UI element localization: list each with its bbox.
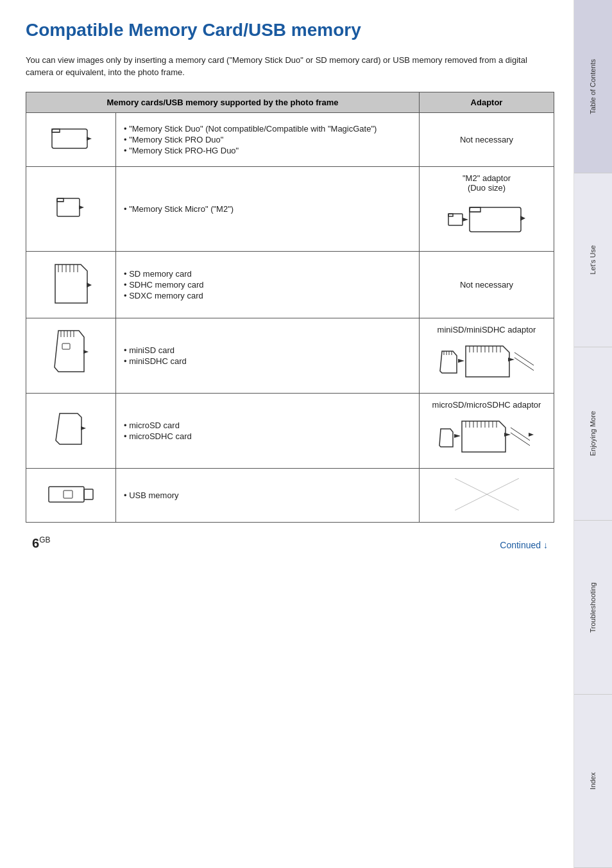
- svg-rect-69: [84, 489, 93, 499]
- svg-marker-3: [87, 137, 92, 141]
- adaptor-cell-not-necessary-2: Not necessary: [420, 251, 554, 318]
- list-item: SDHC memory card: [124, 279, 411, 290]
- svg-marker-9: [448, 214, 453, 216]
- list-item: miniSD card: [124, 345, 411, 356]
- svg-marker-30: [83, 350, 89, 354]
- svg-marker-12: [470, 207, 480, 212]
- card-icon-cell-micro-sd: [26, 393, 116, 468]
- card-icon-cell-mini-sd: [26, 318, 116, 393]
- card-list: USB memory: [124, 490, 411, 501]
- table-row: SD memory card SDHC memory card SDXC mem…: [26, 251, 554, 318]
- sidebar-tab-lets-use[interactable]: Let's Use: [574, 173, 612, 347]
- svg-line-48: [514, 352, 534, 365]
- card-list: "Memory Stick Micro" ("M2"): [124, 204, 411, 214]
- adaptor-cell-micro-sd: microSD/microSDHC adaptor: [420, 393, 554, 468]
- adaptor-cell-usb: [420, 468, 554, 522]
- list-item: "Memory Stick PRO Duo": [124, 134, 411, 145]
- list-item: SD memory card: [124, 268, 411, 279]
- card-list: miniSD card miniSDHC card: [124, 345, 411, 367]
- adaptor-label-mini-sd: miniSD/miniSDHC adaptor: [427, 325, 546, 334]
- svg-marker-37: [466, 346, 509, 377]
- table-header-adaptor: Adaptor: [420, 92, 554, 112]
- svg-rect-11: [470, 207, 521, 232]
- page-title: Compatible Memory Card/USB memory: [26, 19, 554, 41]
- svg-marker-1: [52, 129, 60, 132]
- svg-marker-47: [508, 358, 514, 361]
- m2-adaptor-icon: [445, 198, 529, 243]
- list-item: "Memory Stick PRO-HG Duo": [124, 145, 411, 156]
- page-number: 6GB: [32, 535, 50, 551]
- mini-sd-adaptor-icon: [439, 340, 535, 385]
- adaptor-label-m2: "M2" adaptor(Duo size): [427, 173, 546, 193]
- table-row: microSD card microSDHC card microSD/micr…: [26, 393, 554, 468]
- sidebar-tab-label: Index: [588, 772, 597, 790]
- svg-rect-4: [57, 198, 80, 216]
- adaptor-label-micro-sd: microSD/microSDHC adaptor: [427, 400, 546, 410]
- table-row: "Memory Stick Micro" ("M2") "M2" adaptor…: [26, 166, 554, 251]
- not-necessary-label: Not necessary: [460, 135, 513, 144]
- svg-rect-68: [49, 487, 84, 502]
- micro-sd-icon: [46, 401, 97, 458]
- sidebar-tab-label: Troubleshooting: [588, 582, 597, 632]
- svg-rect-70: [64, 490, 72, 498]
- sidebar: Table of Contents Let's Use Enjoying Mor…: [574, 0, 612, 868]
- mini-sd-icon: [46, 326, 97, 383]
- svg-line-49: [514, 358, 534, 370]
- svg-marker-23: [55, 331, 84, 372]
- card-icon-cell-usb: [26, 468, 116, 522]
- sidebar-tab-troubleshooting[interactable]: Troubleshooting: [574, 521, 612, 694]
- card-name-cell-memory-stick-micro: "Memory Stick Micro" ("M2"): [116, 166, 420, 251]
- svg-marker-53: [454, 434, 461, 438]
- svg-marker-10: [463, 218, 468, 221]
- compatibility-table: Memory cards/USB memory supported by the…: [26, 92, 554, 523]
- card-list: SD memory card SDHC memory card SDXC mem…: [124, 268, 411, 301]
- adaptor-cell-not-necessary-1: Not necessary: [420, 112, 554, 166]
- table-header-card: Memory cards/USB memory supported by the…: [26, 92, 420, 112]
- svg-marker-36: [458, 359, 464, 363]
- adaptor-cell-m2: "M2" adaptor(Duo size): [420, 166, 554, 251]
- page-wrapper: Compatible Memory Card/USB memory You ca…: [0, 0, 612, 868]
- card-name-cell-usb: USB memory: [116, 468, 420, 522]
- svg-marker-51: [81, 426, 86, 430]
- table-row: USB memory: [26, 468, 554, 522]
- main-content: Compatible Memory Card/USB memory You ca…: [0, 0, 574, 868]
- svg-marker-5: [57, 198, 64, 202]
- card-icon-cell-memory-stick-duo: [26, 112, 116, 166]
- intro-text: You can view images only by inserting a …: [26, 54, 554, 79]
- card-list: microSD card microSDHC card: [124, 420, 411, 442]
- list-item: microSDHC card: [124, 431, 411, 442]
- svg-marker-67: [529, 433, 534, 437]
- card-name-cell-memory-stick-duo: "Memory Stick Duo" (Not compatible/Compa…: [116, 112, 420, 166]
- svg-rect-29: [62, 343, 70, 349]
- sidebar-tab-enjoying-more[interactable]: Enjoying More: [574, 347, 612, 521]
- svg-line-65: [511, 428, 530, 440]
- svg-line-66: [511, 433, 530, 446]
- svg-marker-31: [440, 351, 457, 373]
- card-icon-cell-memory-stick-micro: [26, 166, 116, 251]
- usb-icon: [46, 475, 97, 514]
- list-item: microSD card: [124, 420, 411, 431]
- card-list: "Memory Stick Duo" (Not compatible/Compa…: [124, 123, 411, 156]
- not-necessary-label-2: Not necessary: [460, 280, 513, 290]
- sd-card-icon: [46, 258, 97, 309]
- adaptor-cell-mini-sd: miniSD/miniSDHC adaptor: [420, 318, 554, 393]
- footer-area: 6GB Continued ↓: [26, 535, 554, 551]
- memory-stick-micro-icon: [46, 182, 97, 234]
- sidebar-tab-index[interactable]: Index: [574, 695, 612, 868]
- sidebar-tab-table-of-contents[interactable]: Table of Contents: [574, 0, 612, 173]
- svg-marker-64: [504, 433, 511, 437]
- list-item: "Memory Stick Duo" (Not compatible/Compa…: [124, 123, 411, 134]
- card-name-cell-micro-sd: microSD card microSDHC card: [116, 393, 420, 468]
- sidebar-tab-label: Enjoying More: [588, 411, 597, 456]
- sidebar-tab-label: Let's Use: [588, 245, 597, 275]
- continued-link[interactable]: Continued ↓: [500, 540, 548, 550]
- svg-marker-50: [56, 413, 81, 444]
- card-icon-cell-sd: [26, 251, 116, 318]
- svg-marker-52: [439, 429, 453, 447]
- table-row: "Memory Stick Duo" (Not compatible/Compa…: [26, 112, 554, 166]
- sidebar-tab-label: Table of Contents: [588, 59, 597, 114]
- memory-stick-duo-icon: [46, 119, 97, 158]
- micro-sd-adaptor-icon: [439, 415, 535, 460]
- list-item: miniSDHC card: [124, 356, 411, 367]
- list-item: "Memory Stick Micro" ("M2"): [124, 204, 411, 214]
